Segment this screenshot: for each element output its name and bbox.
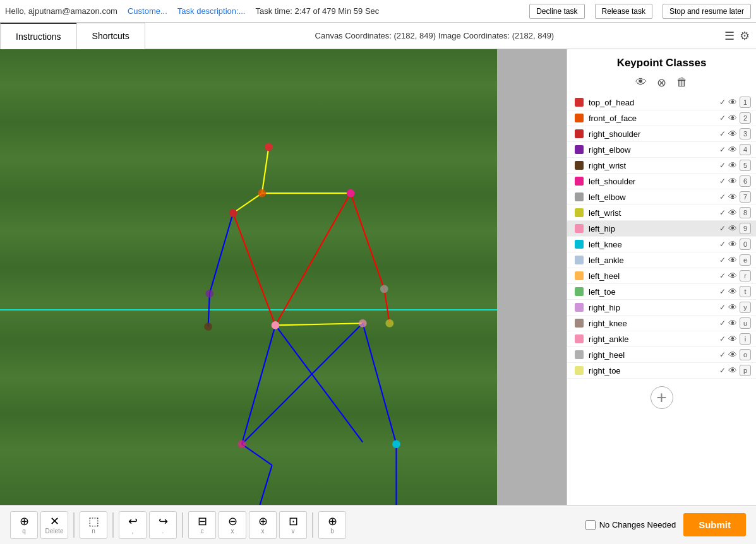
keypoint-shortcut-badge: u bbox=[740, 317, 751, 329]
keypoint-shortcut-badge: 5 bbox=[740, 160, 751, 171]
keypoint-name: left_heel bbox=[589, 271, 719, 281]
task-description-link[interactable]: Task description:... bbox=[177, 6, 246, 16]
tab-instructions[interactable]: Instructions bbox=[0, 23, 77, 49]
keypoint-row-left_heel[interactable]: left_heel ✓ 👁 r bbox=[567, 268, 756, 284]
decline-task-button[interactable]: Decline task bbox=[529, 4, 584, 19]
keypoint-row-right_hip[interactable]: right_hip ✓ 👁 y bbox=[567, 300, 756, 316]
keypoint-eye-icon[interactable]: 👁 bbox=[728, 192, 737, 202]
keypoint-name: right_knee bbox=[589, 319, 719, 328]
keypoint-eye-icon[interactable]: 👁 bbox=[728, 113, 737, 123]
keypoint-eye-icon[interactable]: 👁 bbox=[728, 318, 737, 328]
keypoint-eye-icon[interactable]: 👁 bbox=[728, 287, 737, 297]
keypoint-row-left_knee[interactable]: left_knee ✓ 👁 0 bbox=[567, 237, 756, 252]
keypoint-name: right_ankle bbox=[589, 334, 719, 344]
undo-button-shortcut: , bbox=[132, 528, 134, 535]
keypoint-row-left_wrist[interactable]: left_wrist ✓ 👁 8 bbox=[567, 205, 756, 221]
keypoint-shortcut-badge: 9 bbox=[740, 223, 751, 234]
close-all-icon[interactable]: ⊗ bbox=[657, 76, 666, 90]
keypoint-check-icon: ✓ bbox=[719, 208, 726, 217]
keypoint-color-swatch bbox=[575, 350, 584, 359]
keypoint-eye-icon[interactable]: 👁 bbox=[728, 97, 737, 107]
add-region-button-icon: ⊕ bbox=[328, 516, 337, 527]
keypoint-row-left_toe[interactable]: left_toe ✓ 👁 t bbox=[567, 284, 756, 300]
keypoint-row-left_ankle[interactable]: left_ankle ✓ 👁 e bbox=[567, 252, 756, 268]
keypoint-check-icon: ✓ bbox=[719, 319, 726, 328]
delete-point-button[interactable]: ✕ Delete bbox=[40, 511, 68, 539]
keypoint-shortcut-badge: t bbox=[740, 286, 751, 297]
keypoint-row-top_of_head[interactable]: top_of_head ✓ 👁 1 bbox=[567, 95, 756, 110]
redo-button[interactable]: ↪ . bbox=[149, 511, 177, 539]
keypoint-row-right_ankle[interactable]: right_ankle ✓ 👁 i bbox=[567, 331, 756, 347]
top-bar: Hello, ajputnam@amazon.com Custome... Ta… bbox=[0, 0, 756, 23]
tab-bar: Instructions Shortcuts Canvas Coordinate… bbox=[0, 23, 756, 49]
zoom-fit-button-icon: ⊡ bbox=[289, 516, 298, 527]
keypoint-eye-icon[interactable]: 👁 bbox=[728, 255, 737, 265]
keypoint-eye-icon[interactable]: 👁 bbox=[728, 129, 737, 139]
no-changes-label: No Changes Needed bbox=[599, 520, 676, 529]
zoom-in-button[interactable]: ⊕ x bbox=[249, 511, 277, 539]
keypoint-check-icon: ✓ bbox=[719, 98, 726, 107]
keypoint-color-swatch bbox=[575, 303, 584, 312]
fit-view-button[interactable]: ⊟ c bbox=[188, 511, 216, 539]
keypoint-row-right_elbow[interactable]: right_elbow ✓ 👁 4 bbox=[567, 142, 756, 158]
fit-view-button-shortcut: c bbox=[201, 528, 204, 535]
keypoint-name: left_ankle bbox=[589, 256, 719, 265]
keypoint-row-right_shoulder[interactable]: right_shoulder ✓ 👁 3 bbox=[567, 126, 756, 142]
keypoint-eye-icon[interactable]: 👁 bbox=[728, 271, 737, 281]
keypoint-name: right_hip bbox=[589, 303, 719, 312]
tab-shortcuts[interactable]: Shortcuts bbox=[76, 23, 145, 49]
keypoint-eye-icon[interactable]: 👁 bbox=[728, 160, 737, 170]
keypoint-name: top_of_head bbox=[589, 98, 719, 107]
keypoint-shortcut-badge: 0 bbox=[740, 239, 751, 250]
keypoint-row-left_hip[interactable]: left_hip ✓ 👁 9 bbox=[567, 221, 756, 237]
submit-button[interactable]: Submit bbox=[683, 513, 746, 536]
keypoint-check-icon: ✓ bbox=[719, 114, 726, 122]
add-keypoint-class-button[interactable]: + bbox=[567, 379, 756, 417]
undo-button[interactable]: ↩ , bbox=[119, 511, 147, 539]
stop-resume-button[interactable]: Stop and resume later bbox=[663, 4, 751, 19]
select-box-button[interactable]: ⬚ n bbox=[80, 511, 107, 539]
keypoint-check-icon: ✓ bbox=[719, 161, 726, 170]
keypoint-eye-icon[interactable]: 👁 bbox=[728, 223, 737, 234]
keypoint-row-left_elbow[interactable]: left_elbow ✓ 👁 7 bbox=[567, 189, 756, 205]
add-region-button[interactable]: ⊕ b bbox=[318, 511, 346, 539]
keypoint-row-right_heel[interactable]: right_heel ✓ 👁 o bbox=[567, 347, 756, 363]
field-line-1 bbox=[0, 309, 497, 310]
keypoint-eye-icon[interactable]: 👁 bbox=[728, 208, 737, 218]
add-region-button-shortcut: b bbox=[330, 528, 334, 535]
keypoint-eye-icon[interactable]: 👁 bbox=[728, 176, 737, 186]
canvas-area[interactable] bbox=[0, 49, 497, 505]
keypoint-eye-icon[interactable]: 👁 bbox=[728, 350, 737, 360]
keypoint-color-swatch bbox=[575, 192, 584, 201]
hamburger-menu-icon[interactable]: ☰ bbox=[724, 29, 735, 43]
customer-link[interactable]: Custome... bbox=[128, 6, 167, 16]
settings-icon[interactable]: ⚙ bbox=[740, 29, 750, 43]
keypoint-eye-icon[interactable]: 👁 bbox=[728, 239, 737, 249]
release-task-button[interactable]: Release task bbox=[595, 4, 652, 19]
keypoint-row-right_wrist[interactable]: right_wrist ✓ 👁 5 bbox=[567, 158, 756, 174]
keypoint-eye-icon[interactable]: 👁 bbox=[728, 334, 737, 344]
keypoint-panel: Keypoint Classes 👁 ⊗ 🗑 top_of_head ✓ 👁 1… bbox=[567, 49, 756, 505]
eye-all-icon[interactable]: 👁 bbox=[635, 76, 647, 90]
keypoint-check-icon: ✓ bbox=[719, 256, 726, 264]
keypoint-row-right_toe[interactable]: right_toe ✓ 👁 p bbox=[567, 363, 756, 379]
keypoint-row-right_knee[interactable]: right_knee ✓ 👁 u bbox=[567, 316, 756, 331]
keypoint-row-left_shoulder[interactable]: left_shoulder ✓ 👁 6 bbox=[567, 174, 756, 189]
field-background bbox=[0, 49, 497, 505]
add-point-button[interactable]: ⊕ q bbox=[10, 511, 38, 539]
keypoint-shortcut-badge: e bbox=[740, 254, 751, 266]
keypoint-eye-icon[interactable]: 👁 bbox=[728, 302, 737, 312]
keypoint-row-front_of_face[interactable]: front_of_face ✓ 👁 2 bbox=[567, 110, 756, 126]
zoom-fit-button[interactable]: ⊡ v bbox=[279, 511, 307, 539]
select-box-button-shortcut: n bbox=[92, 528, 95, 535]
delete-all-icon[interactable]: 🗑 bbox=[676, 76, 688, 90]
keypoint-eye-icon[interactable]: 👁 bbox=[728, 145, 737, 155]
zoom-out-button[interactable]: ⊖ x bbox=[219, 511, 246, 539]
no-changes-checkbox[interactable] bbox=[585, 520, 596, 530]
keypoint-color-swatch bbox=[575, 256, 584, 264]
keypoint-eye-icon[interactable]: 👁 bbox=[728, 365, 737, 375]
keypoint-name: left_hip bbox=[589, 224, 719, 234]
keypoint-check-icon: ✓ bbox=[719, 271, 726, 280]
keypoint-shortcut-badge: o bbox=[740, 349, 751, 360]
keypoint-color-swatch bbox=[575, 319, 584, 328]
